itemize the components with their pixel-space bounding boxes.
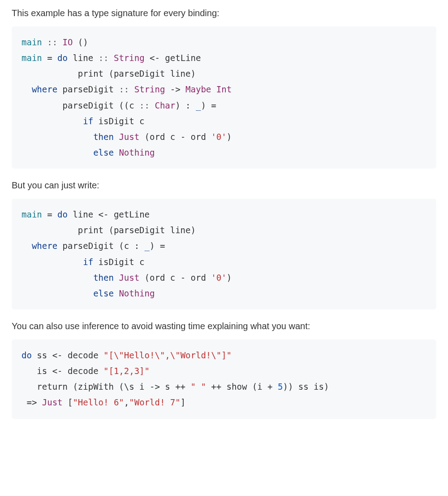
code-token bbox=[114, 148, 119, 157]
code-token: ++ show (i + bbox=[206, 382, 278, 392]
code-token: :: bbox=[119, 84, 134, 94]
code-token: () bbox=[73, 37, 88, 47]
code-token: Nothing bbox=[119, 148, 155, 157]
code-token: line bbox=[68, 53, 99, 63]
intro-paragraph-1: This example has a type signature for ev… bbox=[12, 6, 436, 20]
code-token bbox=[211, 84, 216, 94]
code-token: parseDigit ((c bbox=[22, 100, 139, 110]
code-token: return (zipWith (\s i -> s ++ bbox=[22, 382, 191, 392]
code-token: Int bbox=[216, 84, 232, 94]
code-token: parseDigit (c : bbox=[57, 241, 144, 251]
code-token: " " bbox=[191, 382, 206, 392]
code-token: if bbox=[83, 257, 93, 267]
code-token bbox=[114, 273, 119, 283]
code-token: main bbox=[22, 53, 42, 63]
code-token: do bbox=[57, 209, 68, 219]
code-token: [ bbox=[63, 397, 73, 407]
code-token: "[1,2,3]" bbox=[103, 366, 150, 376]
code-token bbox=[114, 288, 119, 298]
code-token: IO bbox=[63, 37, 73, 47]
code-token: then bbox=[93, 132, 114, 142]
code-token: )) ss is) bbox=[283, 382, 329, 392]
code-token: ) = bbox=[150, 241, 165, 251]
code-token bbox=[22, 273, 93, 283]
code-token bbox=[22, 84, 32, 94]
code-token: where bbox=[32, 84, 57, 94]
code-token: :: bbox=[42, 37, 63, 47]
code-token: isDigit c bbox=[93, 257, 144, 267]
code-token: parseDigit bbox=[57, 84, 119, 94]
code-token bbox=[22, 132, 93, 142]
code-token: then bbox=[93, 273, 114, 283]
code-token: _ bbox=[145, 241, 150, 251]
code-token: print (parseDigit line) bbox=[22, 225, 196, 235]
code-token bbox=[22, 288, 93, 298]
code-token bbox=[22, 148, 93, 157]
code-token: -> bbox=[165, 84, 185, 94]
code-token: is <- decode bbox=[22, 366, 103, 376]
code-token: else bbox=[93, 288, 114, 298]
code-token bbox=[22, 116, 83, 126]
code-token: = bbox=[42, 209, 57, 219]
document-page: This example has a type signature for ev… bbox=[0, 0, 448, 437]
code-token: '0' bbox=[211, 132, 226, 142]
code-token bbox=[114, 132, 119, 142]
code-token: :: bbox=[139, 100, 155, 110]
code-token: , bbox=[124, 397, 129, 407]
code-token: Maybe bbox=[185, 84, 211, 94]
code-token: Char bbox=[155, 100, 175, 110]
code-token: main bbox=[22, 209, 42, 219]
code-token: (ord c - ord bbox=[139, 132, 211, 142]
code-block-3: do ss <- decode "[\"Hello!\",\"World!\"]… bbox=[12, 339, 436, 419]
code-token: main bbox=[22, 37, 42, 47]
code-token: => bbox=[22, 397, 42, 407]
code-token: "World! 7" bbox=[129, 397, 180, 407]
code-token: do bbox=[57, 53, 68, 63]
code-token: 5 bbox=[278, 382, 283, 392]
code-token: "[\"Hello!\",\"World!\"]" bbox=[103, 350, 232, 360]
code-token: '0' bbox=[211, 273, 226, 283]
code-token: ] bbox=[181, 397, 185, 407]
code-token: where bbox=[32, 241, 57, 251]
code-token: Just bbox=[42, 397, 63, 407]
code-token: if bbox=[83, 116, 93, 126]
code-token: String bbox=[114, 53, 145, 63]
code-token: Just bbox=[119, 273, 139, 283]
code-block-1: main :: IO () main = do line :: String <… bbox=[12, 26, 436, 169]
code-token: line <- getLine bbox=[68, 209, 150, 219]
intro-paragraph-2: But you can just write: bbox=[12, 178, 436, 192]
code-token: = bbox=[42, 53, 57, 63]
code-token: print (parseDigit line) bbox=[22, 69, 196, 78]
code-token: <- getLine bbox=[145, 53, 201, 63]
code-token: isDigit c bbox=[93, 116, 144, 126]
code-token: ) bbox=[227, 273, 232, 283]
code-token: do bbox=[22, 350, 32, 360]
code-token: Nothing bbox=[119, 288, 155, 298]
code-token: ) bbox=[227, 132, 232, 142]
code-token bbox=[22, 241, 32, 251]
code-token: ) = bbox=[201, 100, 216, 110]
code-token: String bbox=[134, 84, 165, 94]
code-token: Just bbox=[119, 132, 139, 142]
code-block-2: main = do line <- getLine print (parseDi… bbox=[12, 199, 436, 309]
intro-paragraph-3: You can also use inference to avoid wast… bbox=[12, 319, 436, 333]
code-token: ) : bbox=[175, 100, 196, 110]
code-token: :: bbox=[99, 53, 114, 63]
code-token: (ord c - ord bbox=[139, 273, 211, 283]
code-token: "Hello! 6" bbox=[73, 397, 124, 407]
code-token: else bbox=[93, 148, 114, 157]
code-token bbox=[22, 257, 83, 267]
code-token: ss <- decode bbox=[32, 350, 103, 360]
code-token: _ bbox=[196, 100, 201, 110]
